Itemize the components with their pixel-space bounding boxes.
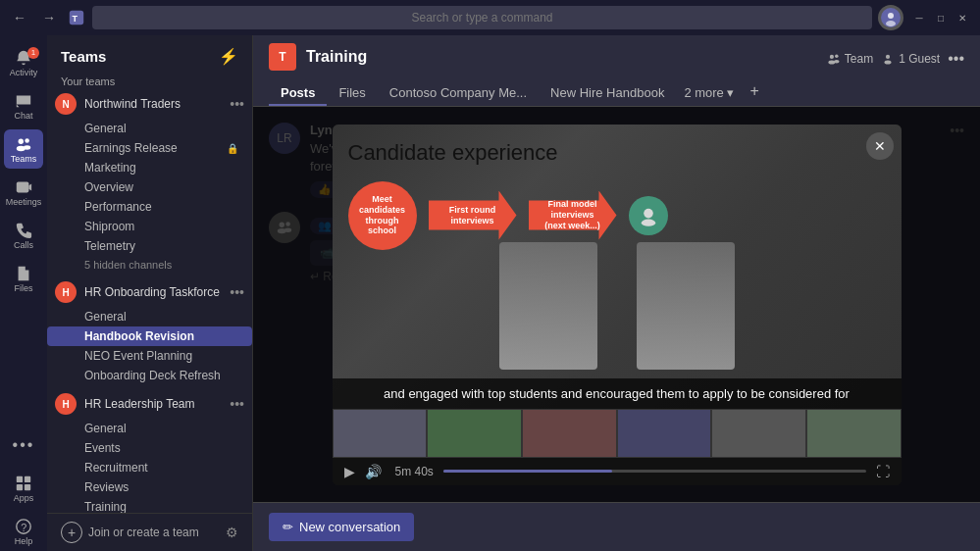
sidebar-item-apps[interactable]: Apps [4,469,43,508]
channel-overview[interactable]: Overview [47,177,252,197]
hr-onboarding-more[interactable]: ••• [230,284,244,300]
channel-training[interactable]: Training [47,497,252,513]
sidebar-item-meetings[interactable]: Meetings [4,173,43,212]
lightbox-video-area: Candidate experience Meet candidates thr… [333,125,902,485]
svg-point-19 [834,60,840,64]
sidebar-item-calls[interactable]: Calls [4,216,43,255]
new-conversation-button[interactable]: ✏ New conversation [269,513,414,541]
channel-events[interactable]: Events [47,438,252,458]
channel-general-hr[interactable]: General [47,307,252,326]
channel-header-top: T Training Team 1 Guest ••• [269,35,964,71]
subtitle-bar: and engaged with top students and encour… [333,378,902,409]
join-create-team[interactable]: + Join or create a team ⚙ [47,513,252,551]
sidebar-item-more[interactable]: ••• [4,426,43,465]
forward-button[interactable]: → [37,6,61,29]
team-hr-onboarding-header[interactable]: H HR Onboarding Taskforce ••• [47,277,252,307]
shapes-row: Meet candidates through school First rou… [348,181,886,250]
user-avatar[interactable] [878,5,903,30]
channel-avatar: T [269,43,296,71]
tab-contoso[interactable]: Contoso Company Me... [378,79,539,106]
guest-label: 1 Guest [899,52,940,66]
channel-earnings[interactable]: Earnings Release 🔒 [47,138,252,158]
channel-reviews[interactable]: Reviews [47,477,252,497]
sidebar-item-chat[interactable]: Chat [4,86,43,125]
shape-first-round: First round interviews [429,191,517,240]
join-create-settings[interactable]: ⚙ [226,525,238,540]
channel-performance[interactable]: Performance [47,197,252,217]
channel-shiproom[interactable]: Shiproom [47,217,252,236]
thumbnail-5[interactable] [711,409,806,458]
channel-onboarding-deck[interactable]: Onboarding Deck Refresh [47,366,252,385]
window-controls: ─ □ ✕ [909,8,972,27]
hidden-channels-northwind[interactable]: 5 hidden channels [47,256,252,274]
svg-point-27 [641,219,654,225]
tab-posts[interactable]: Posts [269,79,327,106]
tab-files[interactable]: Files [327,79,377,106]
activity-label: Activity [10,69,38,77]
candidate-experience-overlay: Candidate experience Meet candidates thr… [348,140,886,250]
tab-handbook[interactable]: New Hire Handbook [539,79,676,106]
person-2 [637,242,735,370]
filter-icon[interactable]: ⚡ [219,47,238,66]
minimize-button[interactable]: ─ [909,8,929,27]
channel-handbook-revision[interactable]: Handbook Revision [47,326,252,346]
top-bar: ← → T ─ □ ✕ [0,0,980,35]
svg-point-18 [835,54,839,58]
main-area: T Training Team 1 Guest ••• [253,35,980,551]
thumbnail-2[interactable] [427,409,522,458]
search-input[interactable] [92,6,872,29]
svg-rect-10 [17,476,23,481]
svg-rect-9 [17,181,29,192]
sidebar-item-activity[interactable]: Activity 1 [4,43,43,82]
team-info: Team [827,52,873,66]
northwind-name: Northwind Traders [84,97,222,111]
svg-point-20 [886,55,890,59]
thumbnail-3[interactable] [522,409,617,458]
sidebar-item-teams[interactable]: Teams [4,129,43,169]
lightbox-overlay: ✕ Candidate experience Meet candidates t… [253,107,980,502]
feed-area: LR Lynne Robbins 4/7 3:39 PM We've got s… [253,107,980,502]
hr-leadership-icon: H [55,393,77,415]
svg-point-21 [885,60,892,64]
fullscreen-button[interactable]: ⛶ [876,464,890,479]
svg-text:?: ? [21,521,26,532]
team-group-hr-leadership: H HR Leadership Team ••• General Events … [47,389,252,513]
hr-leadership-more[interactable]: ••• [230,396,244,412]
channel-telemetry[interactable]: Telemetry [47,236,252,256]
sidebar-item-files[interactable]: Files [4,259,43,298]
channel-general-leadership[interactable]: General [47,419,252,438]
maximize-button[interactable]: □ [931,8,951,27]
tab-more[interactable]: 2 more ▾ [676,79,742,106]
shape-final-round: Final model interviews (next week...) [529,191,617,240]
teams-panel-header: Teams ⚡ [47,35,252,70]
join-create-label: Join or create a team [88,526,199,539]
thumbnail-4[interactable] [617,409,712,458]
thumbnail-1[interactable] [333,409,428,458]
progress-bar[interactable] [443,470,866,473]
team-northwind-header[interactable]: N Northwind Traders ••• [47,89,252,119]
channel-marketing[interactable]: Marketing [47,158,252,177]
channel-recruitment[interactable]: Recruitment [47,458,252,477]
sidebar: Activity 1 Chat Teams Meetings Calls [0,35,47,551]
svg-text:T: T [73,14,78,24]
play-button[interactable]: ▶ [344,464,355,479]
volume-button[interactable]: 🔊 [365,464,382,479]
thumbnail-6[interactable] [806,409,902,458]
meetings-label: Meetings [6,198,42,207]
northwind-more[interactable]: ••• [230,96,244,112]
close-button[interactable]: ✕ [953,8,972,27]
hr-onboarding-name: HR Onboarding Taskforce [84,285,222,299]
teams-list: N Northwind Traders ••• General Earnings… [47,89,252,513]
channel-neo-event[interactable]: NEO Event Planning [47,346,252,366]
back-button[interactable]: ← [8,6,31,29]
channel-more-button[interactable]: ••• [948,50,964,68]
channel-general-northwind[interactable]: General [47,119,252,138]
sidebar-item-help[interactable]: ? Help [4,512,43,551]
lightbox-close-button[interactable]: ✕ [866,132,894,160]
team-hr-leadership-header[interactable]: H HR Leadership Team ••• [47,389,252,419]
teams-panel-title: Teams [61,48,106,65]
progress-bar-fill [443,470,612,473]
files-label: Files [14,284,32,293]
lightbox-thumbnails [333,409,902,458]
add-tab-button[interactable]: + [742,76,766,106]
